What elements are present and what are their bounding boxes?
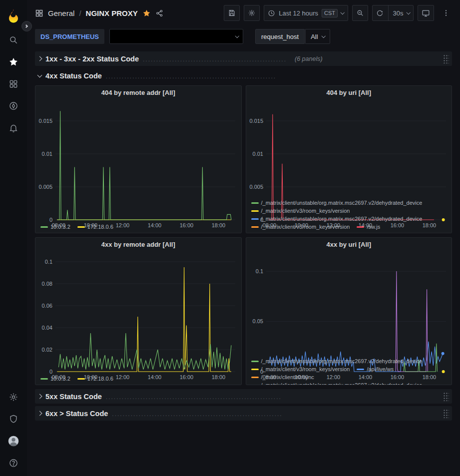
sidebar-item-starred[interactable] [3,51,24,73]
time-range-picker[interactable]: Last 12 hours CST [264,5,348,21]
legend-swatch [251,377,259,378]
sidebar-item-dashboards[interactable] [3,73,24,95]
refresh-icon [376,9,384,17]
clock-icon [268,9,275,17]
grafana-flame-icon [6,8,21,23]
sidebar-item-search[interactable] [3,29,24,51]
panel-title[interactable]: 4xx by uri [All] [246,238,452,251]
legend-swatch [77,226,85,228]
legend-item[interactable]: /api/live/ws [357,365,394,373]
legend-item[interactable]: /_matrix/client/v3/room_keys/version [251,223,350,231]
chevron-down-icon [406,10,410,14]
panel-title[interactable]: 404 by uri [All] [246,86,452,99]
legend-item[interactable]: /_matrix/client/unstable/org.matrix.msc2… [251,357,423,365]
breadcrumb-folder[interactable]: General [48,9,74,17]
star-icon [8,57,18,67]
chart-legend: /_matrix/client/unstable/org.matrix.msc2… [246,198,452,233]
tv-mode-button[interactable] [418,5,434,21]
datasource-variable-label[interactable]: DS_PROMETHEUS [35,29,104,44]
dashboards-grid-icon [8,79,18,89]
sidebar-item-server-admin[interactable] [3,408,24,430]
dashboard-settings-button[interactable] [244,5,260,21]
row-6xx[interactable]: 6xx > Status Code ......................… [35,406,452,421]
sidebar-item-configuration[interactable] [3,386,24,408]
row-title: 6xx > Status Code [45,410,108,418]
chevron-down-icon [341,10,345,14]
legend-item[interactable]: /_matrix/client/unstable/org.matrix.msc2… [251,381,423,385]
svg-text:0.005: 0.005 [38,184,52,190]
legend-item[interactable]: /sw.js [357,223,380,231]
row-drag-handle[interactable] [443,392,449,401]
legend-item[interactable]: /_matrix/client/v3/room_keys/version [251,207,350,215]
chart-canvas[interactable]: 00.020.040.060.080.108:0010:0012:0014:00… [35,251,241,382]
share-icon[interactable] [155,9,164,17]
save-dashboard-button[interactable] [224,5,240,21]
sidebar-item-profile[interactable] [3,430,24,452]
legend-swatch [251,385,259,385]
svg-text:0.08: 0.08 [42,281,52,287]
legend-item[interactable]: /_matrix/client/unstable/org.matrix.msc2… [251,199,423,207]
dashboard-title[interactable]: NGINX PROXY [86,9,138,17]
svg-text:0.1: 0.1 [255,268,263,274]
leader-dots: ........................................… [143,56,287,63]
row-drag-handle[interactable] [443,409,449,418]
panel-title[interactable]: 4xx by remote addr [All] [35,238,241,251]
legend-swatch [77,378,85,380]
row-drag-handle[interactable] [443,54,449,63]
svg-text:0.01: 0.01 [42,151,52,157]
svg-text:0.015: 0.015 [249,118,263,124]
legend-item[interactable]: 172.18.0.6 [77,223,113,231]
favorite-star-icon[interactable] [142,9,151,17]
legend-swatch [40,226,48,228]
request-host-label[interactable]: request_host [255,29,305,44]
row-4xx[interactable]: 4xx Status Code ........................… [35,68,452,83]
timeseries-chart[interactable]: 00.050.108:0010:0012:0014:0016:0018:00 [246,251,452,356]
row-1xx-3xx-2xx[interactable]: 1xx - 3xx - 2xx Status Code ............… [35,51,452,66]
timeseries-chart[interactable]: 00.0050.010.01508:0010:0012:0014:0016:00… [246,99,452,198]
svg-text:0.005: 0.005 [249,184,263,190]
legend-item[interactable]: /_matrix/client/unstable/org.matrix.msc2… [251,215,423,223]
legend-item[interactable]: 10.0.3.2 [40,375,70,383]
legend-swatch [251,202,259,204]
sidebar [0,0,27,476]
leader-dots: ........................................… [112,411,282,418]
refresh-group[interactable]: 30s [372,5,414,21]
panel-4xx-by-remote-addr: 4xx by remote addr [All] 00.020.040.060.… [35,237,242,385]
chevron-down-icon [235,34,239,38]
sidebar-item-alerting[interactable] [3,117,24,139]
chart-canvas[interactable]: 00.0050.010.01508:0010:0012:0014:0016:00… [35,99,241,230]
legend-item[interactable]: /_matrix/client/v3/room_keys/version [251,365,350,373]
legend-swatch [251,369,259,370]
zoom-out-icon [356,9,364,17]
chevron-down-icon [322,34,326,38]
grafana-logo[interactable] [3,4,24,27]
timeseries-chart[interactable]: 00.020.040.060.080.108:0010:0012:0014:00… [35,251,241,374]
legend-item[interactable]: 172.18.0.6 [77,375,113,383]
sidebar-item-explore[interactable] [3,95,24,117]
chevron-right-icon [37,394,42,399]
row-5xx[interactable]: 5xx Status Code ........................… [35,389,452,404]
refresh-interval-label: 30s [393,9,404,17]
datasource-variable-select[interactable] [109,29,243,44]
more-options-button[interactable] [438,5,454,21]
sidebar-item-help[interactable] [3,452,24,474]
chevron-right-icon [37,411,42,416]
legend-swatch [251,226,259,228]
request-host-select[interactable]: All [305,29,330,44]
sidebar-expand-button[interactable] [21,21,32,31]
shield-icon [8,414,18,424]
svg-text:0.06: 0.06 [42,303,52,309]
legend-label: /_matrix/client/v3/room_keys/version [261,223,350,231]
legend-item[interactable]: 10.0.3.2 [40,223,70,231]
avatar [7,435,20,448]
legend-item[interactable]: /_matrix/client/r0/sync [251,373,314,381]
legend-label: /_matrix/client/unstable/org.matrix.msc2… [261,381,423,385]
kebab-menu-icon [442,9,450,17]
panel-title[interactable]: 404 by remote addr [All] [35,86,241,99]
timezone-badge: CST [322,9,338,17]
legend-swatch [40,378,48,380]
bell-icon [8,123,18,133]
panel-count: (6 panels) [295,55,323,62]
timeseries-chart[interactable]: 00.0050.010.01508:0010:0012:0014:0016:00… [35,99,241,222]
zoom-out-button[interactable] [352,5,368,21]
